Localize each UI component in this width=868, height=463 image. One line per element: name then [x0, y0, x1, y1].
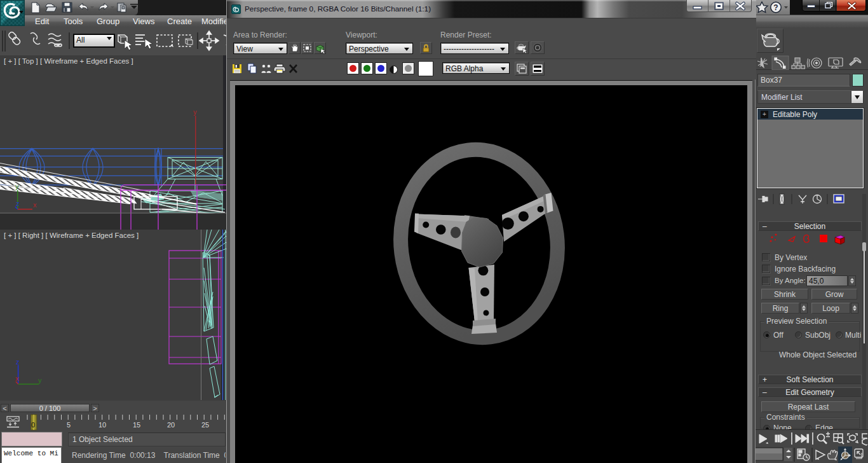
svg-text:20: 20 [167, 421, 175, 429]
svg-text:z: z [16, 358, 20, 366]
svg-text:15: 15 [133, 421, 140, 429]
svg-text:5: 5 [67, 421, 71, 429]
svg-text:y: y [193, 108, 197, 116]
svg-text:10: 10 [98, 421, 106, 429]
svg-text:z: z [16, 200, 20, 207]
svg-text:x: x [15, 375, 19, 382]
svg-text:y: y [15, 183, 19, 190]
svg-text:0: 0 [31, 421, 35, 429]
svg-text:?: ? [773, 3, 778, 12]
svg-text:x: x [33, 201, 37, 209]
svg-text:25: 25 [201, 421, 209, 429]
svg-text:y: y [38, 377, 42, 384]
